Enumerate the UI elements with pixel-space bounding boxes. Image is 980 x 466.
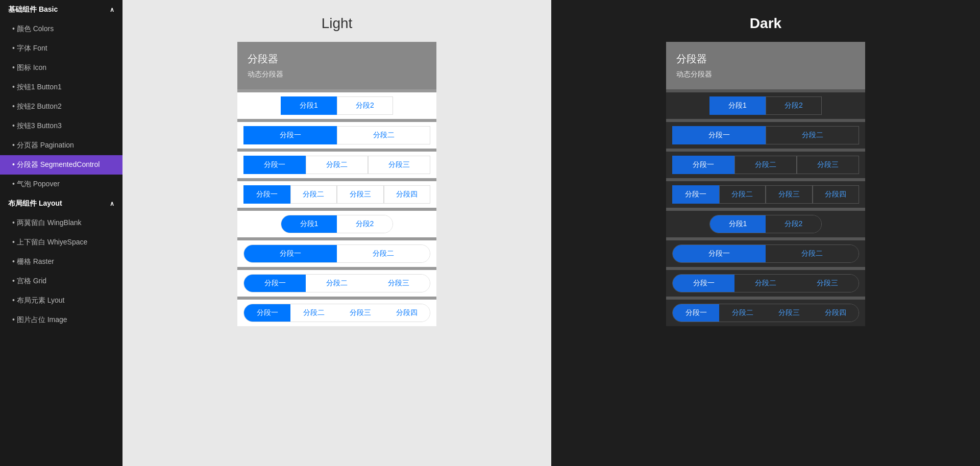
seg-btn-0-1[interactable]: 分段2 (337, 96, 393, 115)
seg-ctrl-7[interactable]: 分段一分段二分段三分段四 (672, 304, 859, 322)
seg-btn-1-1[interactable]: 分段二 (766, 126, 859, 144)
seg-btn-1-0[interactable]: 分段一 (672, 126, 766, 144)
seg-ctrl-5[interactable]: 分段一分段二 (243, 244, 430, 263)
sidebar-layout-section[interactable]: 布局组件 Layout ∧ (0, 194, 122, 213)
seg-ctrl-5[interactable]: 分段一分段二 (672, 244, 859, 263)
chevron-up-icon-layout: ∧ (110, 200, 114, 207)
seg-btn-5-1[interactable]: 分段二 (337, 245, 430, 262)
sidebar-item-wingblank[interactable]: • 两翼留白 WingBlank (0, 213, 122, 233)
sidebar-item-whiyespace[interactable]: • 上下留白 WhiyeSpace (0, 233, 122, 252)
seg-row-0: 分段1分段2 (666, 92, 865, 119)
seg-btn-2-1[interactable]: 分段二 (306, 156, 368, 174)
sidebar-item-button3[interactable]: • 按钮3 Button3 (0, 116, 122, 136)
seg-btn-0-0[interactable]: 分段1 (709, 96, 766, 115)
seg-ctrl-4[interactable]: 分段1分段2 (709, 215, 822, 233)
seg-row-0: 分段1分段2 (237, 92, 436, 119)
seg-btn-7-3[interactable]: 分段四 (383, 304, 430, 322)
sidebar-item-button1[interactable]: • 按钮1 Button1 (0, 78, 122, 97)
sidebar-item-font[interactable]: • 字体 Font (0, 39, 122, 58)
seg-row-4: 分段1分段2 (666, 211, 865, 237)
seg-ctrl-3[interactable]: 分段一分段二分段三分段四 (243, 185, 430, 204)
dark-title: Dark (551, 0, 980, 42)
seg-ctrl-4[interactable]: 分段1分段2 (281, 215, 393, 233)
seg-btn-0-0[interactable]: 分段1 (281, 96, 337, 115)
dark-panel: Dark 分段器 动态分段器 分段1分段2分段一分段二分段一分段二分段三分段一分… (551, 0, 980, 466)
seg-btn-3-3[interactable]: 分段四 (384, 185, 431, 204)
seg-btn-3-3[interactable]: 分段四 (813, 185, 860, 204)
seg-row-3: 分段一分段二分段三分段四 (237, 181, 436, 208)
seg-row-5: 分段一分段二 (237, 240, 436, 267)
light-card-sub: 动态分段器 (248, 70, 426, 79)
seg-btn-6-2[interactable]: 分段三 (797, 275, 859, 292)
sidebar-item-segmented[interactable]: • 分段器 SegmentedControl (0, 155, 122, 175)
seg-btn-7-1[interactable]: 分段二 (290, 304, 337, 322)
seg-btn-1-0[interactable]: 分段一 (243, 126, 337, 144)
seg-btn-6-0[interactable]: 分段一 (244, 275, 306, 292)
seg-btn-6-1[interactable]: 分段二 (734, 275, 796, 292)
seg-btn-2-0[interactable]: 分段一 (243, 156, 306, 174)
sidebar-item-raster[interactable]: • 栅格 Raster (0, 252, 122, 272)
seg-btn-7-1[interactable]: 分段二 (719, 304, 766, 322)
seg-btn-6-1[interactable]: 分段二 (306, 275, 368, 292)
sidebar-item-grid[interactable]: • 宫格 Grid (0, 272, 122, 291)
seg-btn-6-2[interactable]: 分段三 (368, 275, 430, 292)
seg-ctrl-7[interactable]: 分段一分段二分段三分段四 (243, 304, 430, 322)
seg-ctrl-1[interactable]: 分段一分段二 (672, 126, 859, 144)
seg-row-1: 分段一分段二 (666, 122, 865, 149)
seg-row-3: 分段一分段二分段三分段四 (666, 181, 865, 208)
seg-btn-6-0[interactable]: 分段一 (673, 275, 734, 292)
seg-ctrl-6[interactable]: 分段一分段二分段三 (243, 274, 430, 292)
seg-btn-4-0[interactable]: 分段1 (281, 215, 337, 233)
seg-btn-7-2[interactable]: 分段三 (337, 304, 383, 322)
seg-ctrl-0[interactable]: 分段1分段2 (281, 96, 393, 115)
sidebar-basic-section[interactable]: 基础组件 Basic ∧ (0, 0, 122, 19)
seg-ctrl-2[interactable]: 分段一分段二分段三 (672, 156, 859, 174)
seg-row-1: 分段一分段二 (237, 122, 436, 149)
seg-btn-4-1[interactable]: 分段2 (766, 215, 821, 233)
seg-btn-3-2[interactable]: 分段三 (766, 185, 813, 204)
seg-btn-2-0[interactable]: 分段一 (672, 156, 734, 174)
sidebar-item-lyout[interactable]: • 布局元素 Lyout (0, 291, 122, 310)
seg-btn-4-0[interactable]: 分段1 (710, 215, 766, 233)
seg-row-7: 分段一分段二分段三分段四 (237, 300, 436, 326)
sidebar-item-pagination[interactable]: • 分页器 Pagination (0, 136, 122, 155)
seg-btn-3-1[interactable]: 分段二 (290, 185, 337, 204)
seg-row-4: 分段1分段2 (237, 211, 436, 237)
light-panel: Light 分段器 动态分段器 分段1分段2分段一分段二分段一分段二分段三分段一… (122, 0, 551, 466)
seg-btn-2-1[interactable]: 分段二 (734, 156, 797, 174)
seg-ctrl-2[interactable]: 分段一分段二分段三 (243, 156, 430, 174)
dark-card-sub: 动态分段器 (676, 70, 855, 79)
seg-btn-3-1[interactable]: 分段二 (719, 185, 766, 204)
seg-btn-5-0[interactable]: 分段一 (673, 245, 766, 262)
seg-btn-3-0[interactable]: 分段一 (672, 185, 719, 204)
sidebar-item-popover[interactable]: • 气泡 Popover (0, 175, 122, 194)
light-title: Light (122, 0, 551, 42)
seg-ctrl-6[interactable]: 分段一分段二分段三 (672, 274, 859, 292)
seg-btn-2-2[interactable]: 分段三 (797, 156, 859, 174)
seg-btn-7-2[interactable]: 分段三 (766, 304, 812, 322)
dark-segments: 分段1分段2分段一分段二分段一分段二分段三分段一分段二分段三分段四分段1分段2分… (666, 89, 865, 326)
seg-btn-7-3[interactable]: 分段四 (812, 304, 859, 322)
light-card-title: 分段器 (248, 52, 426, 66)
seg-btn-2-2[interactable]: 分段三 (368, 156, 430, 174)
seg-btn-3-2[interactable]: 分段三 (337, 185, 384, 204)
seg-btn-5-0[interactable]: 分段一 (244, 245, 337, 262)
dark-card: 分段器 动态分段器 (666, 42, 865, 89)
seg-btn-7-0[interactable]: 分段一 (673, 304, 719, 322)
seg-btn-0-1[interactable]: 分段2 (766, 96, 822, 115)
light-segments: 分段1分段2分段一分段二分段一分段二分段三分段一分段二分段三分段四分段1分段2分… (237, 89, 436, 326)
seg-btn-1-1[interactable]: 分段二 (337, 126, 430, 144)
sidebar-item-image[interactable]: • 图片占位 Image (0, 310, 122, 330)
dark-card-title: 分段器 (676, 52, 855, 66)
seg-ctrl-1[interactable]: 分段一分段二 (243, 126, 430, 144)
seg-ctrl-0[interactable]: 分段1分段2 (709, 96, 822, 115)
seg-btn-3-0[interactable]: 分段一 (243, 185, 290, 204)
seg-ctrl-3[interactable]: 分段一分段二分段三分段四 (672, 185, 859, 204)
seg-btn-4-1[interactable]: 分段2 (337, 215, 393, 233)
sidebar-item-icon[interactable]: • 图标 Icon (0, 58, 122, 78)
seg-btn-7-0[interactable]: 分段一 (244, 304, 290, 322)
sidebar-item-colors[interactable]: • 颜色 Colors (0, 19, 122, 39)
sidebar-item-button2[interactable]: • 按钮2 Button2 (0, 97, 122, 116)
seg-row-5: 分段一分段二 (666, 240, 865, 267)
seg-btn-5-1[interactable]: 分段二 (766, 245, 859, 262)
